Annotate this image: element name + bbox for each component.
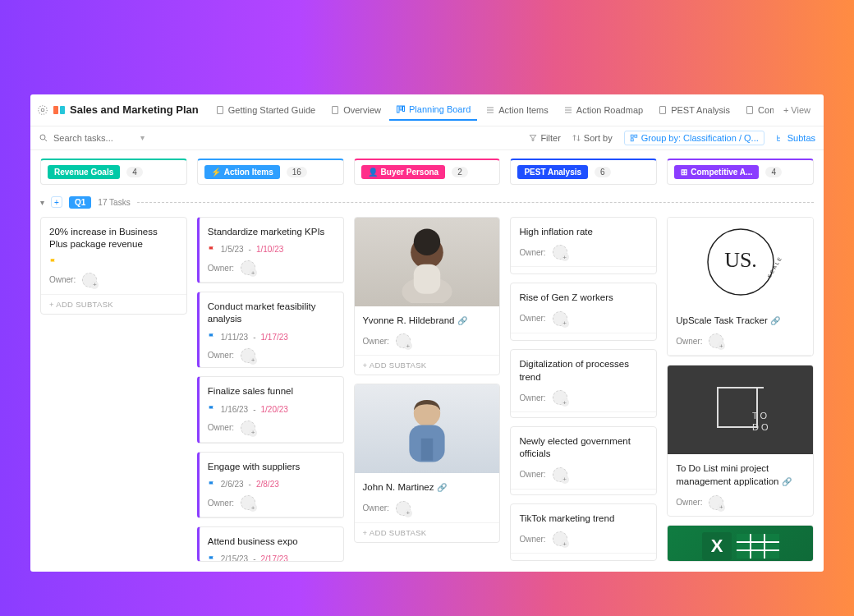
filter-button[interactable]: Filter [529, 133, 560, 143]
toolbar-right: Filter Sort by Group by: Classification … [529, 131, 815, 145]
assignee-avatar[interactable] [553, 531, 567, 546]
svg-rect-29 [421, 439, 433, 461]
card-title: Engage with suppliers [208, 461, 335, 474]
task-card[interactable]: Rise of Gen Z workers Owner: + ADD SUBTA… [510, 283, 657, 341]
svg-text:DO: DO [752, 422, 771, 432]
persona-image [355, 384, 500, 473]
owner-label: Owner: [519, 535, 545, 544]
assignee-avatar[interactable] [241, 495, 255, 510]
tab-action-items[interactable]: Action Items [479, 100, 555, 120]
owner-label: Owner: [519, 314, 545, 323]
link-icon: 🔗 [770, 316, 780, 325]
settings-icon[interactable] [37, 104, 48, 116]
assignee-avatar[interactable] [709, 495, 723, 510]
column-persona: Yvonne R. Hildebrand 🔗 Owner: + ADD SUBT… [354, 217, 501, 562]
add-view-button[interactable]: + View [777, 100, 817, 120]
task-card[interactable]: TODO To Do List mini project management … [667, 365, 814, 517]
doc-icon [330, 105, 340, 115]
assignee-avatar[interactable] [241, 421, 255, 435]
task-card[interactable]: Yvonne R. Hildebrand 🔗 Owner: + ADD SUBT… [354, 217, 501, 376]
tab-getting-started[interactable]: Getting Started Guide [209, 100, 322, 120]
task-card[interactable]: High inflation rate Owner: + ADD SUBTASK [510, 217, 657, 275]
column-count: 4 [126, 167, 143, 177]
column-pill: ⊞ Competitive A... [674, 165, 759, 179]
svg-rect-14 [747, 106, 753, 113]
task-card[interactable]: Attend business expo 2/15/23 - 2/17/23 [197, 526, 344, 562]
task-card[interactable]: Digitalization of processes trend Owner:… [510, 349, 657, 418]
task-card[interactable]: Newly elected government officials Owner… [510, 426, 657, 495]
card-title: UpScale Task Tracker 🔗 [676, 315, 805, 328]
add-subtask-button[interactable]: + ADD SUBTASK [200, 282, 343, 283]
assignee-avatar[interactable] [553, 311, 567, 326]
add-task-icon[interactable]: + [51, 196, 62, 208]
add-subtask-button[interactable]: + ADD SUBTASK [511, 489, 656, 495]
task-card[interactable]: Conduct market feasibility analysis 1/11… [197, 292, 344, 368]
assignee-avatar[interactable] [553, 245, 567, 260]
add-subtask-button[interactable]: + ADD SUBTASK [668, 355, 813, 356]
task-card[interactable]: 20% increase in Business Plus package re… [40, 217, 187, 315]
add-subtask-button[interactable]: + ADD SUBTASK [355, 522, 500, 542]
svg-rect-20 [631, 135, 633, 137]
group-by-button[interactable]: Group by: Classification / Q... [624, 131, 764, 145]
add-subtask-button[interactable]: + ADD SUBTASK [511, 333, 656, 341]
assignee-avatar[interactable] [396, 333, 411, 348]
svg-text:TO: TO [752, 411, 769, 421]
list-icon [563, 105, 573, 115]
assignee-avatar[interactable] [241, 260, 255, 275]
tab-pest-analysis[interactable]: PEST Analysis [651, 100, 737, 120]
chevron-down-icon[interactable]: ▾ [140, 133, 145, 142]
logo-image: TODO [668, 365, 813, 454]
card-title: Attend business expo [208, 536, 335, 549]
column-header-competitive[interactable]: ⊞ Competitive A... 4 [667, 159, 814, 185]
column-header-revenue[interactable]: Revenue Goals 4 [40, 159, 187, 185]
assignee-avatar[interactable] [241, 348, 255, 363]
add-subtask-button[interactable]: + ADD SUBTASK [511, 266, 656, 274]
tab-overview[interactable]: Overview [324, 100, 388, 120]
add-subtask-button[interactable]: + ADD SUBTASK [668, 517, 813, 517]
task-card[interactable]: TikTok marketing trend Owner: + ADD SUBT… [510, 503, 657, 562]
assignee-avatar[interactable] [82, 273, 97, 287]
add-subtask-button[interactable]: + ADD SUBTASK [200, 442, 343, 444]
subtasks-button[interactable]: Subtas [776, 133, 815, 143]
assignee-avatar[interactable] [553, 390, 567, 405]
tab-action-roadmap[interactable]: Action Roadmap [557, 100, 650, 120]
add-subtask-button[interactable]: + ADD SUBTASK [511, 411, 656, 418]
task-card[interactable]: Engage with suppliers 2/6/23 - 2/8/23 Ow… [197, 452, 344, 518]
collapse-icon[interactable]: ▾ [40, 198, 44, 207]
svg-rect-26 [414, 264, 440, 293]
svg-rect-3 [333, 106, 338, 113]
add-subtask-button[interactable]: + ADD SUBTASK [355, 355, 500, 375]
task-card[interactable]: X [667, 525, 814, 561]
card-title: Yvonne R. Hildebrand 🔗 [363, 315, 492, 328]
column-count: 2 [452, 167, 468, 177]
sort-button[interactable]: Sort by [572, 133, 613, 143]
search-input[interactable] [53, 133, 135, 143]
column-headers: Revenue Goals 4 ⚡ Action Items 16 👤 Buye… [30, 150, 824, 190]
flag-icon [208, 405, 216, 413]
tab-planning-board[interactable]: Planning Board [389, 99, 477, 121]
tab-label: Getting Started Guide [228, 105, 315, 115]
task-card[interactable]: US.SCALE UpScale Task Tracker 🔗 Owner: +… [667, 217, 814, 357]
logo-image: X [668, 526, 813, 561]
column-header-action[interactable]: ⚡ Action Items 16 [197, 159, 344, 185]
add-subtask-button[interactable]: + ADD SUBTASK [200, 517, 343, 518]
column-count: 16 [287, 167, 307, 177]
link-icon: 🔗 [782, 477, 792, 486]
column-header-pest[interactable]: PEST Analysis 6 [510, 159, 657, 185]
task-card[interactable]: Finalize sales funnel 1/16/23 - 1/20/23 … [197, 376, 344, 443]
assignee-avatar[interactable] [396, 501, 411, 516]
column-count: 6 [595, 167, 611, 177]
svg-point-1 [39, 105, 48, 114]
column-header-persona[interactable]: 👤 Buyer Persona 2 [354, 159, 501, 185]
task-card[interactable]: John N. Martinez 🔗 Owner: + ADD SUBTASK [354, 384, 501, 543]
group-label[interactable]: Q1 [69, 196, 91, 209]
card-title: High inflation rate [519, 226, 648, 239]
assignee-avatar[interactable] [709, 333, 723, 348]
svg-text:SCALE: SCALE [766, 255, 783, 278]
tab-competitive-analysis[interactable]: Competitive Analysis [738, 100, 774, 120]
add-subtask-button[interactable]: + ADD SUBTASK [511, 553, 656, 561]
owner-label: Owner: [676, 498, 702, 507]
task-card[interactable]: Standardize marketing KPIs 1/5/23 - 1/10… [197, 217, 344, 283]
add-subtask-button[interactable]: + ADD SUBTASK [41, 294, 186, 314]
assignee-avatar[interactable] [553, 467, 567, 482]
